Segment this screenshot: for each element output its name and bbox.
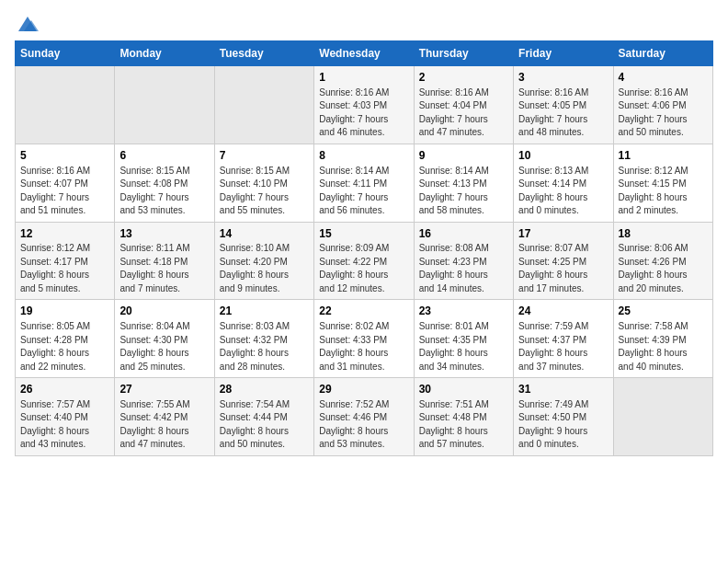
day-info: Sunrise: 7:52 AM Sunset: 4:46 PM Dayligh… [319,398,408,452]
day-info: Sunrise: 7:51 AM Sunset: 4:48 PM Dayligh… [419,398,508,452]
calendar-cell: 22Sunrise: 8:02 AM Sunset: 4:33 PM Dayli… [314,300,414,378]
day-number: 1 [319,70,408,86]
day-number: 8 [319,148,408,164]
day-info: Sunrise: 8:16 AM Sunset: 4:06 PM Dayligh… [619,86,708,140]
day-number: 17 [518,226,608,242]
day-info: Sunrise: 7:58 AM Sunset: 4:39 PM Dayligh… [619,320,708,373]
day-number: 16 [419,226,508,242]
day-info: Sunrise: 8:14 AM Sunset: 4:11 PM Dayligh… [319,165,408,218]
day-info: Sunrise: 8:13 AM Sunset: 4:14 PM Dayligh… [518,165,608,218]
day-number: 31 [518,382,608,397]
day-number: 2 [419,70,508,86]
day-number: 10 [518,148,608,164]
calendar-cell: 2Sunrise: 8:16 AM Sunset: 4:04 PM Daylig… [414,66,513,144]
calendar-cell [613,378,712,456]
calendar-week-row: 19Sunrise: 8:05 AM Sunset: 4:28 PM Dayli… [16,300,713,378]
calendar-week-row: 1Sunrise: 8:16 AM Sunset: 4:03 PM Daylig… [16,66,713,144]
day-number: 15 [319,226,408,242]
calendar-cell: 14Sunrise: 8:10 AM Sunset: 4:20 PM Dayli… [214,222,313,300]
day-info: Sunrise: 7:54 AM Sunset: 4:44 PM Dayligh… [220,398,309,452]
day-number: 13 [119,226,209,242]
day-info: Sunrise: 8:10 AM Sunset: 4:20 PM Dayligh… [220,242,309,295]
calendar-cell: 21Sunrise: 8:03 AM Sunset: 4:32 PM Dayli… [214,300,313,378]
day-info: Sunrise: 8:11 AM Sunset: 4:18 PM Dayligh… [119,242,209,295]
logo-icon [17,15,39,33]
logo [15,15,39,33]
calendar-cell: 9Sunrise: 8:14 AM Sunset: 4:13 PM Daylig… [414,144,513,222]
calendar-cell: 24Sunrise: 7:59 AM Sunset: 4:37 PM Dayli… [514,300,613,378]
day-info: Sunrise: 8:04 AM Sunset: 4:30 PM Dayligh… [119,320,209,373]
day-number: 18 [619,226,708,242]
day-number: 19 [20,304,109,319]
calendar-cell: 13Sunrise: 8:11 AM Sunset: 4:18 PM Dayli… [115,222,214,300]
calendar-cell: 12Sunrise: 8:12 AM Sunset: 4:17 PM Dayli… [16,222,115,300]
day-info: Sunrise: 7:55 AM Sunset: 4:42 PM Dayligh… [119,398,209,452]
calendar-cell [16,66,115,144]
day-number: 7 [220,148,309,164]
day-of-week-header: Tuesday [214,41,313,66]
calendar-week-row: 26Sunrise: 7:57 AM Sunset: 4:40 PM Dayli… [16,378,713,456]
day-of-week-header: Thursday [414,41,513,66]
day-number: 4 [619,70,708,86]
calendar-cell: 8Sunrise: 8:14 AM Sunset: 4:11 PM Daylig… [314,144,414,222]
day-number: 9 [419,148,508,164]
day-info: Sunrise: 8:15 AM Sunset: 4:10 PM Dayligh… [220,165,309,218]
day-info: Sunrise: 8:05 AM Sunset: 4:28 PM Dayligh… [20,320,109,373]
day-number: 30 [419,382,508,397]
day-info: Sunrise: 8:09 AM Sunset: 4:22 PM Dayligh… [319,242,408,295]
day-of-week-header: Saturday [613,41,712,66]
calendar-cell: 23Sunrise: 8:01 AM Sunset: 4:35 PM Dayli… [414,300,513,378]
day-number: 23 [419,304,508,319]
day-number: 27 [119,382,209,397]
day-number: 12 [20,226,109,242]
calendar-cell: 4Sunrise: 8:16 AM Sunset: 4:06 PM Daylig… [613,66,712,144]
day-number: 25 [619,304,708,319]
calendar-cell: 26Sunrise: 7:57 AM Sunset: 4:40 PM Dayli… [16,378,115,456]
day-number: 3 [518,70,608,86]
day-info: Sunrise: 8:06 AM Sunset: 4:26 PM Dayligh… [619,242,708,295]
day-number: 6 [119,148,209,164]
calendar-cell: 7Sunrise: 8:15 AM Sunset: 4:10 PM Daylig… [214,144,313,222]
calendar-cell: 11Sunrise: 8:12 AM Sunset: 4:15 PM Dayli… [613,144,712,222]
calendar-cell: 20Sunrise: 8:04 AM Sunset: 4:30 PM Dayli… [115,300,214,378]
calendar-cell [115,66,214,144]
day-info: Sunrise: 8:16 AM Sunset: 4:05 PM Dayligh… [518,86,608,140]
day-info: Sunrise: 8:16 AM Sunset: 4:03 PM Dayligh… [319,86,408,140]
day-info: Sunrise: 7:57 AM Sunset: 4:40 PM Dayligh… [20,398,109,452]
page-header [15,15,713,33]
day-info: Sunrise: 8:14 AM Sunset: 4:13 PM Dayligh… [419,165,508,218]
calendar-table: SundayMondayTuesdayWednesdayThursdayFrid… [15,40,713,456]
day-number: 28 [220,382,309,397]
day-info: Sunrise: 8:01 AM Sunset: 4:35 PM Dayligh… [419,320,508,373]
day-number: 24 [518,304,608,319]
calendar-cell: 18Sunrise: 8:06 AM Sunset: 4:26 PM Dayli… [613,222,712,300]
calendar-body: 1Sunrise: 8:16 AM Sunset: 4:03 PM Daylig… [16,66,713,456]
day-number: 5 [20,148,109,164]
calendar-cell: 31Sunrise: 7:49 AM Sunset: 4:50 PM Dayli… [514,378,613,456]
days-of-week-row: SundayMondayTuesdayWednesdayThursdayFrid… [16,41,713,66]
day-number: 26 [20,382,109,397]
calendar-cell [214,66,313,144]
calendar-cell: 29Sunrise: 7:52 AM Sunset: 4:46 PM Dayli… [314,378,414,456]
calendar-week-row: 12Sunrise: 8:12 AM Sunset: 4:17 PM Dayli… [16,222,713,300]
calendar-cell: 6Sunrise: 8:15 AM Sunset: 4:08 PM Daylig… [115,144,214,222]
day-info: Sunrise: 8:16 AM Sunset: 4:07 PM Dayligh… [20,165,109,218]
day-number: 14 [220,226,309,242]
day-info: Sunrise: 7:49 AM Sunset: 4:50 PM Dayligh… [518,398,608,452]
day-number: 11 [619,148,708,164]
calendar-cell: 16Sunrise: 8:08 AM Sunset: 4:23 PM Dayli… [414,222,513,300]
calendar-cell: 1Sunrise: 8:16 AM Sunset: 4:03 PM Daylig… [314,66,414,144]
day-info: Sunrise: 7:59 AM Sunset: 4:37 PM Dayligh… [518,320,608,373]
day-info: Sunrise: 8:12 AM Sunset: 4:17 PM Dayligh… [20,242,109,295]
calendar-cell: 27Sunrise: 7:55 AM Sunset: 4:42 PM Dayli… [115,378,214,456]
day-info: Sunrise: 8:16 AM Sunset: 4:04 PM Dayligh… [419,86,508,140]
calendar-cell: 15Sunrise: 8:09 AM Sunset: 4:22 PM Dayli… [314,222,414,300]
day-info: Sunrise: 8:12 AM Sunset: 4:15 PM Dayligh… [619,165,708,218]
calendar-cell: 25Sunrise: 7:58 AM Sunset: 4:39 PM Dayli… [613,300,712,378]
calendar-cell: 10Sunrise: 8:13 AM Sunset: 4:14 PM Dayli… [514,144,613,222]
calendar-cell: 30Sunrise: 7:51 AM Sunset: 4:48 PM Dayli… [414,378,513,456]
day-number: 22 [319,304,408,319]
calendar-cell: 3Sunrise: 8:16 AM Sunset: 4:05 PM Daylig… [514,66,613,144]
day-of-week-header: Friday [514,41,613,66]
day-number: 21 [220,304,309,319]
